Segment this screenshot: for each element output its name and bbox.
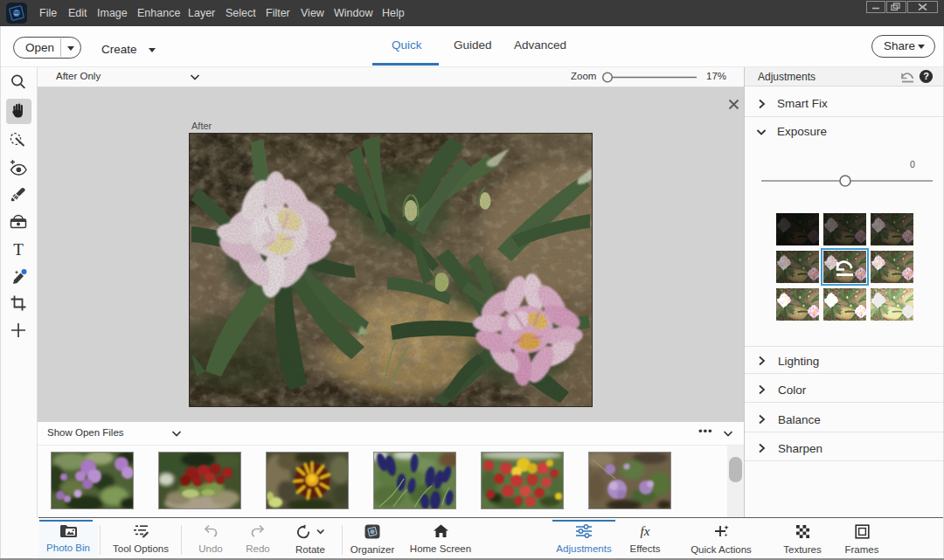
svg-text:T: T (13, 240, 24, 259)
svg-text:?: ? (923, 71, 929, 81)
svg-text:fx: fx (641, 524, 650, 538)
